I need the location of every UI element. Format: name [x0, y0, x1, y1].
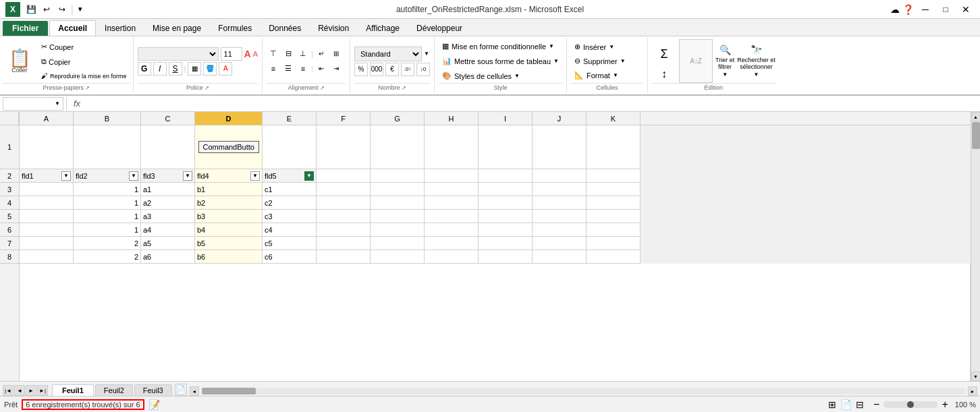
format-painter-button[interactable]: 🖌 Reproduire la mise en forme	[38, 70, 130, 82]
row-header-3[interactable]: 3	[0, 183, 19, 196]
cell-F8[interactable]	[317, 250, 371, 264]
zoom-minus-button[interactable]: −	[873, 399, 879, 411]
cell-C5[interactable]: a3	[141, 210, 195, 223]
cell-K8[interactable]	[587, 250, 641, 264]
cell-H2[interactable]	[425, 169, 479, 183]
cell-C1[interactable]	[141, 125, 195, 169]
cell-A4[interactable]	[20, 196, 74, 210]
sheet-nav-next[interactable]: ►	[26, 385, 36, 396]
row-header-8[interactable]: 8	[0, 250, 19, 264]
tab-affichage[interactable]: Affichage	[358, 21, 408, 36]
tab-fichier[interactable]: Fichier	[3, 21, 48, 36]
cell-D6[interactable]: b4	[195, 223, 263, 237]
cell-A2[interactable]: fld1▼	[20, 169, 74, 183]
conditional-format-button[interactable]: ▦ Mise en forme conditionnelle ▼	[439, 40, 562, 53]
sheet-nav-last[interactable]: ►|	[37, 385, 48, 396]
font-name-select[interactable]	[138, 47, 219, 61]
filter-btn-D2[interactable]: ▼	[250, 171, 260, 181]
currency-button[interactable]: €	[385, 63, 399, 76]
align-left-button[interactable]: ≡	[267, 62, 280, 76]
formula-input[interactable]	[87, 97, 977, 111]
col-header-E[interactable]: E	[263, 112, 317, 125]
cell-A8[interactable]	[20, 250, 74, 264]
cell-K3[interactable]	[587, 183, 641, 196]
decrease-font-icon[interactable]: A	[253, 50, 258, 58]
tab-revision[interactable]: Révision	[310, 21, 357, 36]
align-middle-button[interactable]: ⊟	[281, 47, 295, 61]
col-header-I[interactable]: I	[479, 112, 533, 125]
col-header-J[interactable]: J	[533, 112, 587, 125]
cell-B5[interactable]: 1	[74, 210, 141, 223]
cell-A1[interactable]	[20, 125, 74, 169]
align-right-button[interactable]: ≡	[296, 62, 310, 76]
cell-B7[interactable]: 2	[74, 237, 141, 250]
row-header-2[interactable]: 2	[0, 169, 19, 183]
cell-I3[interactable]	[479, 183, 533, 196]
cell-K1[interactable]	[587, 125, 641, 169]
underline-button[interactable]: S	[169, 62, 182, 76]
tab-insertion[interactable]: Insertion	[97, 21, 144, 36]
decimal-increase-button[interactable]: .0↑	[401, 63, 414, 76]
number-format-expand-icon[interactable]: ▼	[424, 51, 429, 57]
border-button[interactable]: ▦	[188, 62, 201, 76]
sheet-tab-feuil3[interactable]: Feuil3	[134, 384, 172, 396]
sheet-tab-feuil2[interactable]: Feuil2	[95, 384, 133, 396]
number-format-select[interactable]: Standard	[354, 47, 422, 61]
format-button[interactable]: 📐 Format ▼	[571, 69, 643, 82]
row-header-1[interactable]: 1	[0, 125, 19, 169]
font-color-button[interactable]: A	[219, 62, 232, 76]
indent-increase-button[interactable]: ⇥	[329, 62, 343, 76]
zoom-plus-button[interactable]: +	[942, 399, 948, 411]
cell-A7[interactable]	[20, 237, 74, 250]
cell-J3[interactable]	[533, 183, 587, 196]
cell-C3[interactable]: a1	[141, 183, 195, 196]
cell-D4[interactable]: b2	[195, 196, 263, 210]
help-button[interactable]: ❓	[902, 4, 914, 15]
cell-G5[interactable]	[371, 210, 425, 223]
presse-papiers-expand-icon[interactable]: ↗	[85, 85, 90, 91]
close-button[interactable]: ✕	[957, 3, 975, 16]
cell-D2[interactable]: fld4▼	[195, 169, 263, 183]
cell-H7[interactable]	[425, 237, 479, 250]
hscroll-thumb[interactable]	[202, 388, 256, 394]
alignement-expand-icon[interactable]: ↗	[320, 85, 325, 91]
table-format-button[interactable]: 📊 Mettre sous forme de tableau ▼	[439, 55, 562, 67]
col-header-B[interactable]: B	[74, 112, 141, 125]
cell-I2[interactable]	[479, 169, 533, 183]
cell-F6[interactable]	[317, 223, 371, 237]
cell-I8[interactable]	[479, 250, 533, 264]
cut-button[interactable]: ✂ Couper	[38, 40, 130, 53]
align-center-button[interactable]: ☰	[281, 62, 295, 76]
sheet-nav-first[interactable]: |◄	[3, 385, 13, 396]
col-header-A[interactable]: A	[20, 112, 74, 125]
cell-I7[interactable]	[479, 237, 533, 250]
fill-color-button[interactable]: 🪣	[203, 62, 217, 76]
cell-C7[interactable]: a5	[141, 237, 195, 250]
col-header-F[interactable]: F	[317, 112, 371, 125]
cell-D7[interactable]: b5	[195, 237, 263, 250]
cell-F3[interactable]	[317, 183, 371, 196]
cell-K2[interactable]	[587, 169, 641, 183]
cell-I1[interactable]	[479, 125, 533, 169]
cell-H4[interactable]	[425, 196, 479, 210]
cell-E4[interactable]: c2	[263, 196, 317, 210]
row-header-5[interactable]: 5	[0, 210, 19, 223]
align-bottom-button[interactable]: ⊥	[296, 47, 310, 61]
cell-H6[interactable]	[425, 223, 479, 237]
copy-button[interactable]: ⧉ Copier	[38, 55, 130, 68]
cell-A5[interactable]	[20, 210, 74, 223]
hscroll-right-button[interactable]: ►	[968, 386, 977, 396]
cell-G3[interactable]	[371, 183, 425, 196]
zoom-slider[interactable]	[883, 401, 937, 408]
cell-B8[interactable]: 2	[74, 250, 141, 264]
cell-E2[interactable]: fld5▼	[263, 169, 317, 183]
normal-view-button[interactable]: ⊞	[828, 399, 836, 410]
col-header-D[interactable]: D	[195, 112, 263, 125]
cell-D3[interactable]: b1	[195, 183, 263, 196]
customize-qa-button[interactable]: ▼	[76, 3, 85, 16]
cell-J7[interactable]	[533, 237, 587, 250]
increase-font-icon[interactable]: A	[244, 49, 251, 59]
cell-G1[interactable]	[371, 125, 425, 169]
tab-developpeur[interactable]: Développeur	[408, 21, 470, 36]
cell-G6[interactable]	[371, 223, 425, 237]
